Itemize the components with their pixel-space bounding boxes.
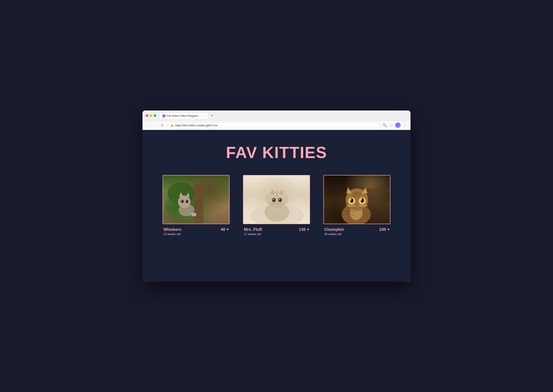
svg-point-53 (361, 198, 364, 203)
active-tab[interactable]: Fav Kitties Glitch Playground × (159, 113, 209, 119)
address-input[interactable]: 🔒 https://fav-kitties-starter.glitch.me (167, 123, 380, 128)
cat-votes-mrsfluff[interactable]: 135 ♥ (299, 227, 309, 232)
cat-age-whiskers: 13 weeks old (163, 232, 181, 236)
search-button[interactable]: 🔍 (382, 123, 387, 128)
cat-name-whiskers: Whiskers (163, 227, 181, 232)
heart-icon-whiskers: ♥ (227, 227, 229, 231)
svg-point-55 (361, 199, 362, 200)
svg-point-54 (350, 199, 352, 200)
cat-age-chumpkin: 35 weeks old (324, 232, 344, 236)
tab-strip: Fav Kitties Glitch Playground × + (159, 113, 407, 119)
toolbar-right: 🔍 ☆ ⋮ (382, 123, 407, 128)
tab-favicon-icon (162, 114, 165, 117)
cat-image-mrsfluff[interactable] (243, 175, 310, 224)
chumpkin-art (324, 175, 390, 224)
svg-point-31 (272, 198, 276, 202)
heart-icon-mrsfluff: ♥ (307, 227, 309, 231)
cat-card-chumpkin: Chumpkin 35 weeks old 245 ♥ (323, 175, 390, 236)
svg-point-52 (350, 198, 353, 203)
cat-image-whiskers[interactable] (163, 175, 230, 224)
chumpkin-svg (324, 175, 390, 224)
chumpkin-vote-count: 245 (379, 227, 386, 232)
profile-avatar[interactable] (395, 123, 401, 128)
url-display: https://fav-kitties-starter.glitch.me (175, 124, 218, 127)
cat-details-chumpkin: Chumpkin 35 weeks old (324, 227, 344, 236)
svg-point-11 (181, 200, 184, 203)
cat-name-mrsfluff: Mrs. Fluff (244, 227, 262, 232)
svg-point-14 (186, 200, 187, 201)
svg-line-59 (346, 205, 355, 205)
svg-point-33 (273, 199, 274, 200)
bookmark-button[interactable]: ☆ (389, 123, 394, 128)
svg-rect-41 (364, 189, 390, 192)
svg-line-62 (359, 206, 368, 206)
svg-line-61 (359, 205, 368, 205)
page-title: FAV KITTIES (160, 143, 393, 162)
cat-image-chumpkin[interactable] (323, 175, 390, 224)
forward-button[interactable]: → (153, 123, 158, 128)
cat-details-mrsfluff: Mrs. Fluff 17 weeks old (244, 227, 262, 236)
cat-info-whiskers: Whiskers 13 weeks old 40 ♥ (163, 227, 230, 236)
whiskers-svg (163, 175, 229, 224)
svg-point-12 (186, 200, 188, 203)
svg-rect-42 (324, 198, 342, 200)
svg-rect-1 (194, 184, 203, 224)
cat-age-mrsfluff: 17 weeks old (244, 232, 262, 236)
traffic-lights (146, 114, 156, 117)
title-bar: Fav Kitties Glitch Playground × + (142, 111, 411, 120)
new-tab-button[interactable]: + (210, 113, 215, 118)
mrsfluff-vote-count: 135 (299, 227, 305, 232)
svg-point-6 (178, 196, 191, 208)
menu-button[interactable]: ⋮ (402, 123, 407, 128)
cat-card-mrsfluff: Mrs. Fluff 17 weeks old 135 ♥ (243, 175, 310, 236)
address-bar: ← → ↻ 🔒 https://fav-kitties-starter.glit… (142, 120, 411, 130)
maximize-button[interactable] (154, 114, 156, 117)
mrsfluff-art (243, 175, 310, 224)
minimize-button[interactable] (150, 114, 152, 117)
cat-name-chumpkin: Chumpkin (324, 227, 344, 232)
close-button[interactable] (146, 114, 148, 117)
mrsfluff-svg (243, 175, 310, 224)
tab-label: Fav Kitties Glitch Playground (167, 114, 201, 117)
cat-info-chumpkin: Chumpkin 35 weeks old 245 ♥ (323, 227, 390, 236)
svg-point-34 (279, 199, 280, 200)
cat-info-mrsfluff: Mrs. Fluff 17 weeks old 135 ♥ (243, 227, 310, 236)
lock-icon: 🔒 (170, 124, 174, 127)
browser-window: Fav Kitties Glitch Playground × + ← → ↻ … (142, 111, 411, 282)
cats-grid: Whiskers 13 weeks old 40 ♥ (160, 175, 393, 236)
cat-details-whiskers: Whiskers 13 weeks old (163, 227, 181, 236)
back-button[interactable]: ← (146, 123, 150, 128)
cat-votes-chumpkin[interactable]: 245 ♥ (379, 227, 390, 232)
cat-votes-whiskers[interactable]: 40 ♥ (221, 227, 229, 232)
cat-card-whiskers: Whiskers 13 weeks old 40 ♥ (163, 175, 230, 236)
svg-point-32 (278, 198, 282, 202)
svg-line-60 (346, 206, 355, 206)
reload-button[interactable]: ↻ (160, 123, 165, 128)
tab-close-button[interactable]: × (203, 114, 206, 117)
svg-point-16 (191, 213, 197, 216)
whiskers-art (163, 175, 229, 224)
page-content: FAV KITTIES (142, 130, 411, 282)
heart-icon-chumpkin: ♥ (388, 227, 390, 231)
whiskers-vote-count: 40 (221, 227, 225, 232)
